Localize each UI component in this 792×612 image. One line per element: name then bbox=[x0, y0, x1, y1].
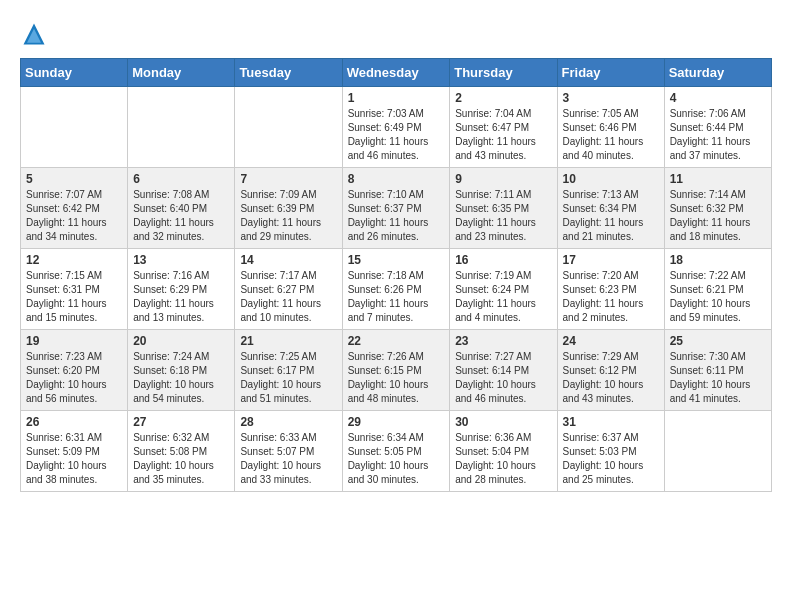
day-info: Sunrise: 6:36 AM Sunset: 5:04 PM Dayligh… bbox=[455, 431, 551, 487]
calendar-cell bbox=[664, 411, 771, 492]
day-number: 16 bbox=[455, 253, 551, 267]
day-info: Sunrise: 7:09 AM Sunset: 6:39 PM Dayligh… bbox=[240, 188, 336, 244]
page-header bbox=[20, 20, 772, 48]
day-info: Sunrise: 7:26 AM Sunset: 6:15 PM Dayligh… bbox=[348, 350, 445, 406]
day-info: Sunrise: 7:15 AM Sunset: 6:31 PM Dayligh… bbox=[26, 269, 122, 325]
day-info: Sunrise: 7:20 AM Sunset: 6:23 PM Dayligh… bbox=[563, 269, 659, 325]
day-info: Sunrise: 7:18 AM Sunset: 6:26 PM Dayligh… bbox=[348, 269, 445, 325]
calendar-cell: 28Sunrise: 6:33 AM Sunset: 5:07 PM Dayli… bbox=[235, 411, 342, 492]
day-info: Sunrise: 7:08 AM Sunset: 6:40 PM Dayligh… bbox=[133, 188, 229, 244]
weekday-header: Friday bbox=[557, 59, 664, 87]
day-info: Sunrise: 7:04 AM Sunset: 6:47 PM Dayligh… bbox=[455, 107, 551, 163]
day-number: 14 bbox=[240, 253, 336, 267]
day-info: Sunrise: 7:06 AM Sunset: 6:44 PM Dayligh… bbox=[670, 107, 766, 163]
calendar-cell bbox=[21, 87, 128, 168]
day-info: Sunrise: 7:25 AM Sunset: 6:17 PM Dayligh… bbox=[240, 350, 336, 406]
calendar-cell: 17Sunrise: 7:20 AM Sunset: 6:23 PM Dayli… bbox=[557, 249, 664, 330]
calendar-cell: 21Sunrise: 7:25 AM Sunset: 6:17 PM Dayli… bbox=[235, 330, 342, 411]
day-info: Sunrise: 7:11 AM Sunset: 6:35 PM Dayligh… bbox=[455, 188, 551, 244]
day-info: Sunrise: 6:33 AM Sunset: 5:07 PM Dayligh… bbox=[240, 431, 336, 487]
calendar-cell: 24Sunrise: 7:29 AM Sunset: 6:12 PM Dayli… bbox=[557, 330, 664, 411]
day-info: Sunrise: 7:29 AM Sunset: 6:12 PM Dayligh… bbox=[563, 350, 659, 406]
calendar-week-row: 19Sunrise: 7:23 AM Sunset: 6:20 PM Dayli… bbox=[21, 330, 772, 411]
calendar-cell: 29Sunrise: 6:34 AM Sunset: 5:05 PM Dayli… bbox=[342, 411, 450, 492]
weekday-header: Wednesday bbox=[342, 59, 450, 87]
day-info: Sunrise: 7:05 AM Sunset: 6:46 PM Dayligh… bbox=[563, 107, 659, 163]
day-info: Sunrise: 7:07 AM Sunset: 6:42 PM Dayligh… bbox=[26, 188, 122, 244]
calendar-table: SundayMondayTuesdayWednesdayThursdayFrid… bbox=[20, 58, 772, 492]
weekday-header: Sunday bbox=[21, 59, 128, 87]
day-info: Sunrise: 6:32 AM Sunset: 5:08 PM Dayligh… bbox=[133, 431, 229, 487]
weekday-header: Tuesday bbox=[235, 59, 342, 87]
calendar-cell: 30Sunrise: 6:36 AM Sunset: 5:04 PM Dayli… bbox=[450, 411, 557, 492]
calendar-cell: 9Sunrise: 7:11 AM Sunset: 6:35 PM Daylig… bbox=[450, 168, 557, 249]
day-number: 18 bbox=[670, 253, 766, 267]
day-number: 25 bbox=[670, 334, 766, 348]
day-number: 2 bbox=[455, 91, 551, 105]
day-number: 31 bbox=[563, 415, 659, 429]
calendar-cell: 27Sunrise: 6:32 AM Sunset: 5:08 PM Dayli… bbox=[128, 411, 235, 492]
day-number: 20 bbox=[133, 334, 229, 348]
day-info: Sunrise: 7:14 AM Sunset: 6:32 PM Dayligh… bbox=[670, 188, 766, 244]
day-number: 5 bbox=[26, 172, 122, 186]
day-number: 30 bbox=[455, 415, 551, 429]
day-number: 11 bbox=[670, 172, 766, 186]
day-number: 9 bbox=[455, 172, 551, 186]
day-number: 19 bbox=[26, 334, 122, 348]
calendar-cell: 10Sunrise: 7:13 AM Sunset: 6:34 PM Dayli… bbox=[557, 168, 664, 249]
calendar-cell: 11Sunrise: 7:14 AM Sunset: 6:32 PM Dayli… bbox=[664, 168, 771, 249]
weekday-header: Monday bbox=[128, 59, 235, 87]
day-number: 27 bbox=[133, 415, 229, 429]
calendar-cell: 22Sunrise: 7:26 AM Sunset: 6:15 PM Dayli… bbox=[342, 330, 450, 411]
day-number: 7 bbox=[240, 172, 336, 186]
calendar-cell: 31Sunrise: 6:37 AM Sunset: 5:03 PM Dayli… bbox=[557, 411, 664, 492]
calendar-cell: 6Sunrise: 7:08 AM Sunset: 6:40 PM Daylig… bbox=[128, 168, 235, 249]
day-number: 13 bbox=[133, 253, 229, 267]
calendar-cell bbox=[128, 87, 235, 168]
calendar-cell: 14Sunrise: 7:17 AM Sunset: 6:27 PM Dayli… bbox=[235, 249, 342, 330]
day-info: Sunrise: 7:13 AM Sunset: 6:34 PM Dayligh… bbox=[563, 188, 659, 244]
calendar-cell: 18Sunrise: 7:22 AM Sunset: 6:21 PM Dayli… bbox=[664, 249, 771, 330]
calendar-cell: 5Sunrise: 7:07 AM Sunset: 6:42 PM Daylig… bbox=[21, 168, 128, 249]
day-number: 10 bbox=[563, 172, 659, 186]
logo bbox=[20, 20, 54, 48]
day-number: 24 bbox=[563, 334, 659, 348]
day-number: 26 bbox=[26, 415, 122, 429]
calendar-cell: 16Sunrise: 7:19 AM Sunset: 6:24 PM Dayli… bbox=[450, 249, 557, 330]
day-info: Sunrise: 7:16 AM Sunset: 6:29 PM Dayligh… bbox=[133, 269, 229, 325]
calendar-cell: 26Sunrise: 6:31 AM Sunset: 5:09 PM Dayli… bbox=[21, 411, 128, 492]
day-number: 15 bbox=[348, 253, 445, 267]
day-info: Sunrise: 6:37 AM Sunset: 5:03 PM Dayligh… bbox=[563, 431, 659, 487]
day-number: 17 bbox=[563, 253, 659, 267]
calendar-cell: 1Sunrise: 7:03 AM Sunset: 6:49 PM Daylig… bbox=[342, 87, 450, 168]
day-number: 29 bbox=[348, 415, 445, 429]
weekday-header: Saturday bbox=[664, 59, 771, 87]
calendar-week-row: 12Sunrise: 7:15 AM Sunset: 6:31 PM Dayli… bbox=[21, 249, 772, 330]
logo-icon bbox=[20, 20, 48, 48]
day-info: Sunrise: 7:24 AM Sunset: 6:18 PM Dayligh… bbox=[133, 350, 229, 406]
day-number: 6 bbox=[133, 172, 229, 186]
day-number: 22 bbox=[348, 334, 445, 348]
calendar-week-row: 1Sunrise: 7:03 AM Sunset: 6:49 PM Daylig… bbox=[21, 87, 772, 168]
day-info: Sunrise: 6:34 AM Sunset: 5:05 PM Dayligh… bbox=[348, 431, 445, 487]
day-info: Sunrise: 7:23 AM Sunset: 6:20 PM Dayligh… bbox=[26, 350, 122, 406]
calendar-cell: 7Sunrise: 7:09 AM Sunset: 6:39 PM Daylig… bbox=[235, 168, 342, 249]
calendar-cell: 15Sunrise: 7:18 AM Sunset: 6:26 PM Dayli… bbox=[342, 249, 450, 330]
day-info: Sunrise: 7:22 AM Sunset: 6:21 PM Dayligh… bbox=[670, 269, 766, 325]
calendar-cell: 13Sunrise: 7:16 AM Sunset: 6:29 PM Dayli… bbox=[128, 249, 235, 330]
day-number: 4 bbox=[670, 91, 766, 105]
calendar-cell: 20Sunrise: 7:24 AM Sunset: 6:18 PM Dayli… bbox=[128, 330, 235, 411]
day-number: 3 bbox=[563, 91, 659, 105]
calendar-header-row: SundayMondayTuesdayWednesdayThursdayFrid… bbox=[21, 59, 772, 87]
calendar-cell: 3Sunrise: 7:05 AM Sunset: 6:46 PM Daylig… bbox=[557, 87, 664, 168]
calendar-week-row: 26Sunrise: 6:31 AM Sunset: 5:09 PM Dayli… bbox=[21, 411, 772, 492]
day-info: Sunrise: 6:31 AM Sunset: 5:09 PM Dayligh… bbox=[26, 431, 122, 487]
day-info: Sunrise: 7:27 AM Sunset: 6:14 PM Dayligh… bbox=[455, 350, 551, 406]
calendar-cell: 4Sunrise: 7:06 AM Sunset: 6:44 PM Daylig… bbox=[664, 87, 771, 168]
day-number: 8 bbox=[348, 172, 445, 186]
day-number: 21 bbox=[240, 334, 336, 348]
calendar-cell: 8Sunrise: 7:10 AM Sunset: 6:37 PM Daylig… bbox=[342, 168, 450, 249]
day-number: 23 bbox=[455, 334, 551, 348]
day-info: Sunrise: 7:19 AM Sunset: 6:24 PM Dayligh… bbox=[455, 269, 551, 325]
day-info: Sunrise: 7:17 AM Sunset: 6:27 PM Dayligh… bbox=[240, 269, 336, 325]
